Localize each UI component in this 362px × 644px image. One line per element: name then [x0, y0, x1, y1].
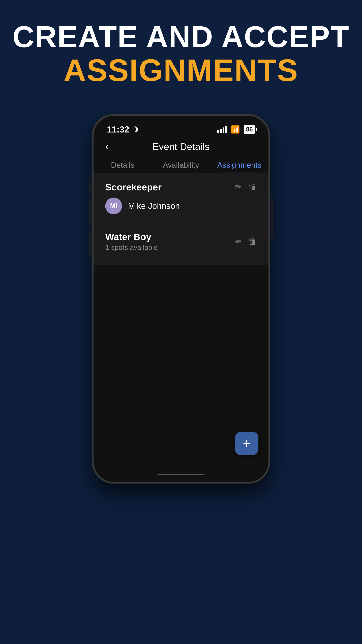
member-avatar: MI [105, 198, 122, 214]
battery-level: 86 [246, 126, 253, 133]
edit-scorekeeper-button[interactable]: ✏ [235, 182, 242, 192]
member-initials: MI [110, 202, 117, 210]
scorekeeper-role: Scorekeeper [105, 182, 162, 192]
phone-shell: 11:32 ☽ 📶 86 ‹ [92, 114, 270, 483]
delete-waterboy-button[interactable]: 🗑 [248, 236, 257, 246]
add-assignment-fab[interactable]: + [235, 432, 258, 455]
waterboy-card: Water Boy 1 spots available ✏ 🗑 [93, 223, 269, 265]
time-display: 11:32 [107, 124, 129, 134]
edit-waterboy-button[interactable]: ✏ [235, 236, 242, 246]
signal-bar-1 [217, 130, 219, 133]
home-indicator [93, 468, 269, 482]
volume-up-button [89, 198, 91, 225]
wifi-icon: 📶 [231, 125, 240, 134]
status-icons: 📶 86 [217, 125, 255, 134]
status-time: 11:32 ☽ [107, 124, 138, 134]
scorekeeper-card: Scorekeeper ✏ 🗑 MI Mike Johnson [93, 173, 269, 223]
header-line2: ASSIGNMENTS [12, 53, 350, 88]
scorekeeper-member: MI Mike Johnson [105, 198, 257, 214]
tab-assignments[interactable]: Assignments [210, 156, 269, 173]
delete-scorekeeper-button[interactable]: 🗑 [248, 182, 257, 192]
tab-availability[interactable]: Availability [152, 156, 210, 173]
waterboy-role: Water Boy [105, 231, 158, 242]
page-header: CREATE AND ACCEPT ASSIGNMENTS [12, 20, 350, 88]
tab-details[interactable]: Details [93, 156, 152, 173]
signal-bar-4 [225, 126, 227, 133]
fab-plus-icon: + [243, 437, 251, 450]
camera-cutout [169, 116, 193, 122]
tab-bar: Details Availability Assignments [93, 156, 269, 173]
waterboy-actions: ✏ 🗑 [235, 236, 257, 246]
volume-down-button [89, 230, 91, 257]
volume-mute-button [89, 178, 91, 193]
scorekeeper-header: Scorekeeper ✏ 🗑 [105, 182, 257, 192]
power-button [271, 198, 273, 238]
phone-screen: 11:32 ☽ 📶 86 ‹ [93, 116, 269, 482]
battery-icon: 86 [244, 125, 255, 134]
home-bar [158, 474, 204, 475]
signal-bar-2 [220, 129, 222, 133]
app-header: ‹ Event Details [93, 138, 269, 156]
phone-mockup: 11:32 ☽ 📶 86 ‹ [92, 114, 270, 483]
scorekeeper-actions: ✏ 🗑 [235, 182, 257, 192]
header-line1: CREATE AND ACCEPT [12, 20, 350, 53]
waterboy-header: Water Boy 1 spots available ✏ 🗑 [105, 231, 257, 252]
content-area: Scorekeeper ✏ 🗑 MI Mike Johnson [93, 173, 269, 468]
member-name: Mike Johnson [128, 201, 180, 211]
signal-icon [217, 126, 227, 133]
back-button[interactable]: ‹ [105, 141, 109, 152]
waterboy-spots: 1 spots available [105, 244, 158, 252]
screen-title: Event Details [152, 141, 210, 152]
moon-icon: ☽ [132, 125, 138, 134]
signal-bar-3 [223, 128, 224, 133]
